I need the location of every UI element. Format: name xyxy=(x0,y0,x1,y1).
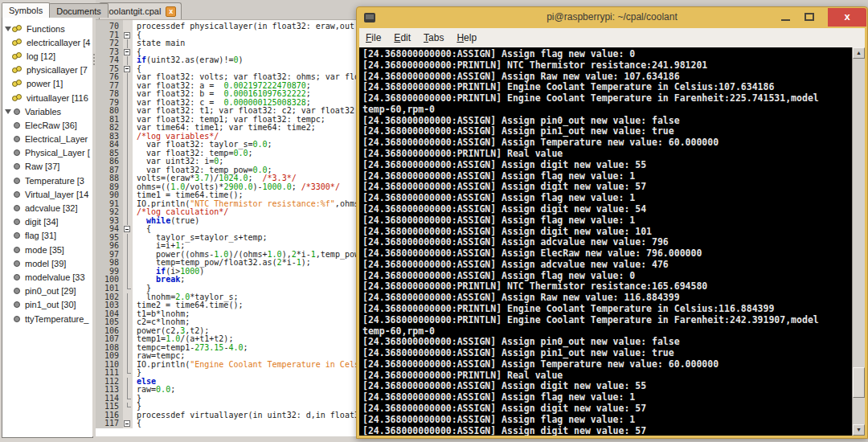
terminal-line: [24.368000000000:ASSIGN] Assign pin0_out… xyxy=(362,116,850,127)
tree-item-label: digit [34] xyxy=(25,217,59,227)
variable-icon xyxy=(14,205,20,211)
tree-item-label: mode [35] xyxy=(25,245,64,255)
tree-item-label: model [39] xyxy=(25,259,66,268)
sidebar-item-electrical-layer[interactable]: Electrical_Layer xyxy=(2,133,92,146)
tree-item-label: Physical_Layer [ xyxy=(25,148,90,158)
menu-help[interactable]: Help xyxy=(450,32,483,43)
sidebar-item-variables[interactable]: Variables xyxy=(2,104,92,118)
variable-icon xyxy=(14,178,20,184)
terminal-line: [24.368000000000:ASSIGN] Assign digit ne… xyxy=(362,182,850,193)
fold-collapse-icon[interactable] xyxy=(123,65,133,74)
expander-icon[interactable] xyxy=(5,25,12,32)
terminal-output[interactable]: [24.368000000000:ASSIGN] Assign flag new… xyxy=(359,47,865,436)
fold-margin xyxy=(123,276,133,284)
maximize-button[interactable] xyxy=(801,10,819,25)
tree-item-label: electricallayer [4 xyxy=(27,38,90,47)
line-number: 74 xyxy=(96,56,123,65)
terminal-scrollbar[interactable]: ▲ ▼ xyxy=(852,47,865,436)
sidebar-item-mode-35[interactable]: mode [35] xyxy=(2,243,92,256)
menu-edit[interactable]: Edit xyxy=(387,32,417,43)
tree-item-label: ttyTemperature_ xyxy=(25,314,88,324)
variable-icon xyxy=(14,232,20,239)
sidebar-splitter[interactable] xyxy=(92,17,96,436)
close-tab-icon[interactable]: x xyxy=(166,6,176,17)
terminal-line: temp-60,rpm-0 xyxy=(362,326,850,338)
tree-item-label: flag [31] xyxy=(25,231,56,240)
sidebar-item-ttytemperature[interactable]: ttyTemperature_ xyxy=(2,312,92,325)
fold-margin xyxy=(123,99,133,108)
sidebar-item-flag-31[interactable]: flag [31] xyxy=(2,229,92,243)
scrollbar-thumb[interactable] xyxy=(853,367,865,398)
fold-collapse-icon[interactable] xyxy=(123,48,133,57)
sidebar-item-elecraw-36[interactable]: ElecRaw [36] xyxy=(2,118,92,132)
tree-item-label: ElecRaw [36] xyxy=(25,121,77,130)
tree-item-label: Functions xyxy=(27,24,65,34)
variable-icon xyxy=(14,136,20,142)
scroll-up-icon[interactable]: ▲ xyxy=(853,47,865,59)
terminal-titlebar[interactable]: pi@raspberrypi: ~/cpal/coolant x xyxy=(357,7,867,28)
terminal-line: [24.368000000000:ASSIGN] Assign adcvalue… xyxy=(362,237,850,248)
sidebar-item-virtuallayer-116[interactable]: virtuallayer [116 xyxy=(2,91,92,104)
line-number: 72 xyxy=(96,39,123,48)
sidebar-item-model-39[interactable]: model [39] xyxy=(2,256,92,270)
tree-item-label: modelvalue [33 xyxy=(25,272,85,282)
function-icon xyxy=(12,80,23,88)
sidebar-item-physical-layer[interactable]: Physical_Layer [ xyxy=(2,146,92,160)
fold-collapse-icon[interactable] xyxy=(123,225,133,234)
terminal-line: [24.368000000000:ASSIGN] Assign flag new… xyxy=(362,215,850,227)
terminal-window: pi@raspberrypi: ~/cpal/coolant x FileEdi… xyxy=(356,6,868,439)
terminal-line: [24.368000000000:ASSIGN] Assign flag new… xyxy=(362,193,850,204)
close-button[interactable]: x xyxy=(828,8,866,27)
sidebar-item-temperature-3[interactable]: Temperature [3 xyxy=(2,174,92,187)
fold-margin xyxy=(123,82,133,91)
tree-item-label: pin0_out [29] xyxy=(25,286,76,296)
sidebar-item-functions[interactable]: Functions xyxy=(2,22,92,35)
sidebar-item-pin1-out-30[interactable]: pin1_out [30] xyxy=(2,298,92,312)
fold-margin xyxy=(123,234,133,243)
minimize-button[interactable] xyxy=(777,10,795,25)
splitter-grip-icon xyxy=(93,54,95,65)
fold-collapse-icon[interactable] xyxy=(123,419,133,428)
scroll-down-icon[interactable]: ▼ xyxy=(853,424,865,436)
fold-margin xyxy=(123,116,133,125)
variable-icon xyxy=(14,219,20,225)
menu-tabs[interactable]: Tabs xyxy=(417,32,450,43)
sidebar-item-physicallayer-7[interactable]: physicallayer [7 xyxy=(2,63,92,77)
terminal-line: [24.368000000000:ASSIGN] Assign digit ne… xyxy=(362,403,850,415)
variable-icon xyxy=(14,260,20,267)
fold-margin xyxy=(123,174,133,183)
fold-margin xyxy=(123,56,133,65)
variable-icon xyxy=(14,191,20,198)
terminal-line: [24.368000000000:PRINTLN] Real value xyxy=(362,149,850,160)
fold-margin xyxy=(123,352,133,361)
expander-icon[interactable] xyxy=(5,108,12,115)
sidebar-item-power-1[interactable]: power [1] xyxy=(2,77,92,91)
sidebar-item-adcvalue-32[interactable]: adcvalue [32] xyxy=(2,201,92,215)
function-icon xyxy=(12,25,23,33)
fold-margin xyxy=(123,268,133,276)
terminal-line: [24.368000000000:ASSIGN] Assign flag new… xyxy=(362,392,850,403)
sidebar-item-digit-34[interactable]: digit [34] xyxy=(2,215,92,229)
sidebar-tabbar: Symbols Documents xyxy=(2,2,108,18)
sidebar-item-modelvalue-33[interactable]: modelvalue [33 xyxy=(2,270,92,284)
sidebar-item-raw-37[interactable]: Raw [37] xyxy=(2,160,92,174)
fold-margin xyxy=(123,361,133,370)
fold-collapse-icon[interactable] xyxy=(123,31,133,40)
menu-file[interactable]: File xyxy=(359,32,387,43)
sidebar-item-electricallayer-4[interactable]: electricallayer [4 xyxy=(2,35,92,49)
terminal-line: [24.368000000000:ASSIGN] Assign pin1_out… xyxy=(362,348,850,359)
tab-documents[interactable]: Documents xyxy=(49,3,108,18)
fold-margin xyxy=(123,149,133,158)
fold-margin xyxy=(123,310,133,319)
line-number: 117 xyxy=(96,419,123,428)
terminal-line: [24.368000000000:PRINTLN] NTC Thermistor… xyxy=(362,60,850,72)
fold-margin xyxy=(123,183,133,192)
sidebar-item-pin0-out-29[interactable]: pin0_out [29] xyxy=(2,284,92,298)
sidebar-item-virtual-layer-14[interactable]: Virtual_layer [14 xyxy=(2,187,92,201)
fold-margin xyxy=(123,191,133,200)
editor-tab-label: coolantgit.cpal xyxy=(104,6,161,16)
variable-icon xyxy=(14,247,20,253)
tab-symbols[interactable]: Symbols xyxy=(2,2,50,18)
tab-coolantgit-cpal[interactable]: coolantgit.cpal x xyxy=(99,2,182,19)
sidebar-item-log-12[interactable]: log [12] xyxy=(2,49,92,63)
